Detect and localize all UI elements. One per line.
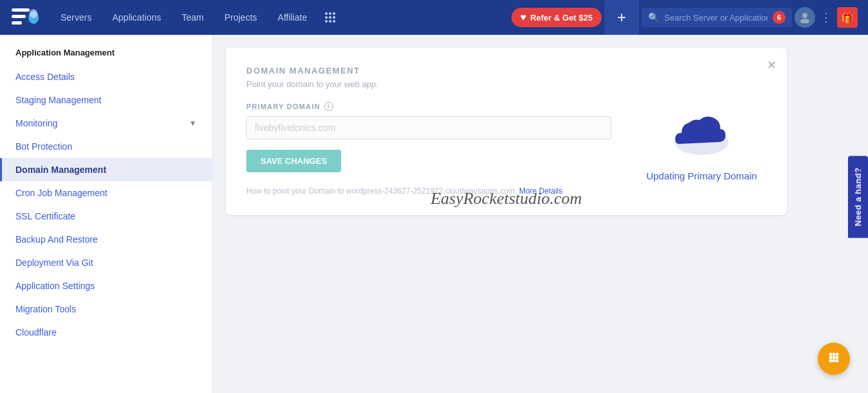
search-container: 🔍 6	[642, 8, 792, 27]
svg-point-10	[333, 16, 335, 19]
svg-point-25	[836, 359, 839, 362]
sidebar-item-domain-management[interactable]: Domain Management	[0, 158, 212, 181]
topnav: Servers Applications Team Projects Affil…	[0, 0, 868, 35]
svg-point-15	[800, 19, 809, 23]
sidebar-item-wrapper-backup: Backup And Restore	[0, 228, 212, 251]
sidebar-item-bot-protection[interactable]: Bot Protection	[0, 135, 212, 158]
sidebar-item-cron-job-management[interactable]: Cron Job Management	[0, 181, 212, 205]
gift-button[interactable]: 🎁	[837, 7, 858, 28]
nav-projects[interactable]: Projects	[215, 8, 266, 26]
form-side: PRIMARY DOMAIN i SAVE CHANGES How to poi…	[246, 102, 611, 197]
svg-point-21	[833, 356, 836, 359]
svg-point-19	[836, 352, 839, 356]
search-icon: 🔍	[648, 12, 659, 23]
svg-point-4	[30, 9, 37, 18]
card-subtitle: Point your domain to your web app.	[246, 79, 766, 89]
sidebar-item-application-settings[interactable]: Application Settings	[0, 274, 212, 297]
domain-management-card: ✕ DOMAIN MANAGEMENT Point your domain to…	[226, 48, 787, 215]
svg-point-9	[329, 16, 331, 19]
refer-button[interactable]: ♥ Refer & Get $25	[511, 8, 602, 27]
avatar[interactable]	[794, 7, 815, 28]
svg-point-24	[833, 359, 836, 362]
more-details-link[interactable]: More Details	[519, 186, 562, 196]
sidebar-item-wrapper-domain: Domain Management	[0, 158, 212, 181]
grid-icon	[827, 351, 840, 367]
add-server-button[interactable]: +	[604, 0, 639, 35]
help-text: How to point your Domain to wordpress-24…	[246, 185, 611, 197]
sidebar: Application Management Access Details St…	[0, 35, 213, 393]
svg-point-8	[325, 16, 328, 19]
card-title: DOMAIN MANAGEMENT	[246, 66, 766, 76]
svg-rect-0	[12, 8, 30, 12]
svg-point-7	[333, 12, 335, 15]
svg-point-5	[325, 12, 328, 15]
more-menu-button[interactable]: ⋮	[818, 8, 834, 27]
sidebar-item-cloudflare[interactable]: Cloudflare	[0, 321, 212, 344]
svg-rect-2	[12, 21, 22, 25]
sidebar-item-wrapper-ssl: SSL Certificate	[0, 205, 212, 228]
nav-links: Servers Applications Team Projects Affil…	[52, 6, 511, 29]
cloud-icon	[666, 108, 737, 163]
sidebar-item-wrapper-staging: Staging Management	[0, 88, 212, 112]
chevron-down-icon: ▼	[189, 119, 197, 128]
primary-domain-label: PRIMARY DOMAIN i	[246, 102, 611, 111]
sidebar-item-staging-management[interactable]: Staging Management	[0, 88, 212, 112]
updating-text: Updating Primary Domain	[646, 170, 757, 181]
sidebar-item-deployment-via-git[interactable]: Deployment Via Git	[0, 251, 212, 274]
close-icon[interactable]: ✕	[767, 58, 776, 72]
sidebar-item-wrapper-git: Deployment Via Git	[0, 251, 212, 274]
sidebar-item-wrapper-migration: Migration Tools	[0, 297, 212, 321]
sidebar-item-migration-tools[interactable]: Migration Tools	[0, 297, 212, 321]
sidebar-item-wrapper-app-settings: Application Settings	[0, 274, 212, 297]
card-body: PRIMARY DOMAIN i SAVE CHANGES How to poi…	[246, 102, 766, 197]
sidebar-item-wrapper-access: Access Details	[0, 65, 212, 88]
domain-input[interactable]	[246, 116, 611, 139]
sidebar-item-ssl-certificate[interactable]: SSL Certificate	[0, 205, 212, 228]
svg-point-11	[325, 20, 328, 23]
nav-right: ♥ Refer & Get $25 + 🔍 6 ⋮ 🎁	[511, 0, 858, 35]
visual-side: Updating Primary Domain	[637, 102, 766, 181]
sidebar-item-wrapper-bot: Bot Protection	[0, 135, 212, 158]
search-input[interactable]	[664, 13, 767, 23]
svg-point-13	[333, 20, 335, 23]
sidebar-item-access-details[interactable]: Access Details	[0, 65, 212, 88]
sidebar-item-wrapper-monitoring: Monitoring ▼	[0, 112, 212, 135]
svg-rect-1	[12, 15, 26, 18]
save-changes-button[interactable]: SAVE CHANGES	[246, 150, 341, 172]
svg-point-14	[802, 13, 807, 18]
svg-point-20	[829, 356, 833, 359]
content-area: ✕ DOMAIN MANAGEMENT Point your domain to…	[213, 35, 868, 393]
sidebar-section-title: Application Management	[0, 48, 212, 65]
sidebar-item-backup-and-restore[interactable]: Backup And Restore	[0, 228, 212, 251]
grid-menu-button[interactable]	[319, 6, 342, 29]
logo[interactable]	[10, 6, 39, 29]
svg-point-22	[836, 356, 839, 359]
info-icon: i	[324, 102, 333, 111]
nav-affiliate[interactable]: Affiliate	[269, 8, 317, 26]
svg-point-6	[329, 12, 331, 15]
nav-team[interactable]: Team	[173, 8, 213, 26]
heart-icon: ♥	[520, 12, 527, 23]
nav-applications[interactable]: Applications	[103, 8, 170, 26]
notification-badge[interactable]: 6	[773, 11, 785, 24]
sidebar-item-monitoring[interactable]: Monitoring ▼	[0, 112, 212, 135]
svg-point-12	[329, 20, 331, 23]
svg-point-23	[829, 359, 833, 362]
need-hand-tab[interactable]: Need a hand?	[848, 156, 868, 237]
main-layout: Application Management Access Details St…	[0, 35, 868, 393]
nav-servers[interactable]: Servers	[52, 8, 101, 26]
svg-point-17	[829, 352, 833, 356]
sidebar-item-wrapper-cron: Cron Job Management	[0, 181, 212, 205]
sidebar-item-wrapper-cloudflare: Cloudflare	[0, 321, 212, 344]
svg-point-18	[833, 352, 836, 356]
float-action-button[interactable]	[818, 343, 850, 375]
